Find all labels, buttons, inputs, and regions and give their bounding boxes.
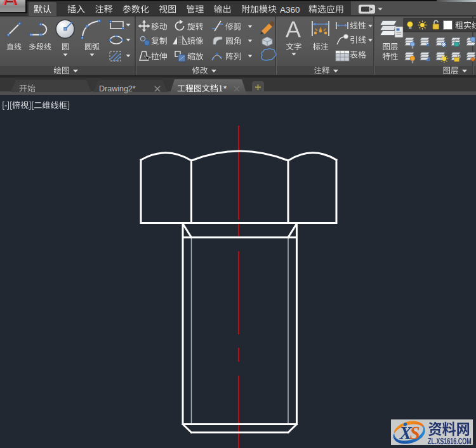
svg-text:*: * [223, 84, 227, 93]
svg-text:Drawing2*: Drawing2* [99, 84, 136, 93]
svg-text:A360: A360 [280, 5, 300, 15]
